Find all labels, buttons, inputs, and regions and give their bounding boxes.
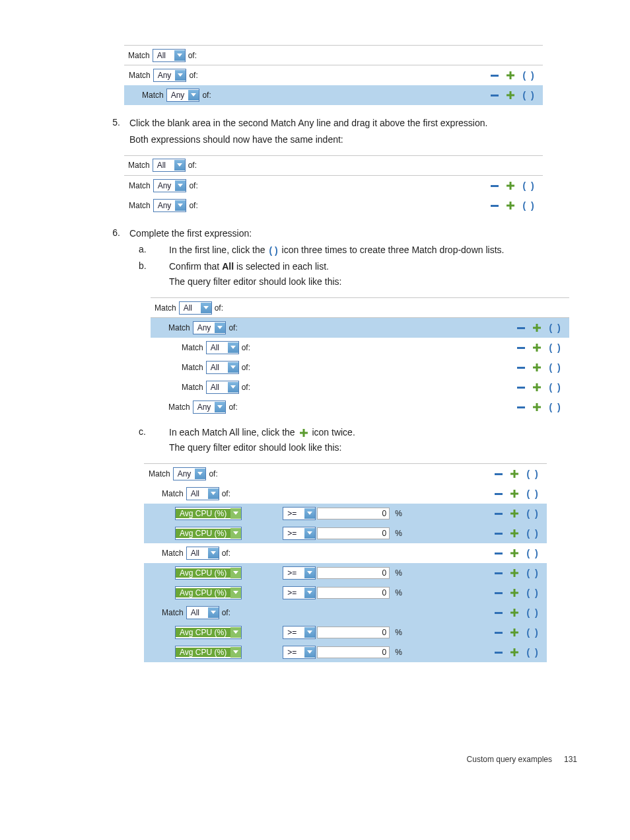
match-mode-dropdown[interactable]: All [179, 301, 212, 315]
match-mode-dropdown[interactable]: Any [166, 89, 200, 102]
match-any-row[interactable]: Match Any of: ( ) [144, 464, 547, 484]
metric-row[interactable]: Avg CPU (%) >= 0 % ( ) [144, 583, 547, 603]
add-button[interactable] [532, 382, 542, 393]
group-button[interactable]: ( ) [547, 342, 563, 353]
match-mode-dropdown[interactable]: Any [153, 179, 187, 192]
metric-dropdown[interactable]: Avg CPU (%) [175, 507, 242, 520]
value-input[interactable]: 0 [317, 587, 390, 599]
metric-dropdown[interactable]: Avg CPU (%) [175, 626, 242, 639]
match-mode-dropdown[interactable]: All [186, 606, 219, 619]
match-all-row[interactable]: Match All of: ( ) [144, 543, 547, 563]
add-button[interactable] [505, 90, 516, 100]
metric-row[interactable]: Avg CPU (%) >= 0 % ( ) [144, 642, 547, 662]
value-input[interactable]: 0 [317, 627, 390, 638]
remove-button[interactable] [493, 647, 504, 658]
operator-dropdown[interactable]: >= [283, 586, 316, 599]
group-button[interactable]: ( ) [521, 70, 537, 81]
add-button[interactable] [509, 568, 520, 578]
add-button[interactable] [509, 469, 520, 479]
operator-dropdown[interactable]: >= [283, 646, 316, 659]
match-any-row[interactable]: Match Any of: ( ) [124, 65, 543, 85]
remove-button[interactable] [489, 90, 500, 100]
add-button[interactable] [509, 528, 520, 539]
metric-dropdown[interactable]: Avg CPU (%) [175, 527, 242, 540]
remove-button[interactable] [493, 568, 504, 578]
match-any-row[interactable]: Match Any of: ( ) [151, 397, 569, 417]
match-any-row[interactable]: Match Any of: ( ) [124, 176, 543, 196]
match-any-row-selected[interactable]: Match Any of: ( ) [124, 85, 543, 105]
match-mode-dropdown[interactable]: Any [173, 467, 207, 480]
remove-button[interactable] [493, 588, 504, 598]
match-mode-dropdown[interactable]: Any [193, 401, 227, 414]
add-button[interactable] [505, 200, 516, 211]
remove-button[interactable] [516, 382, 526, 393]
remove-button[interactable] [493, 548, 504, 558]
remove-button[interactable] [489, 180, 500, 191]
add-button[interactable] [509, 548, 520, 558]
remove-button[interactable] [516, 323, 526, 333]
operator-dropdown[interactable]: >= [283, 626, 316, 639]
metric-row[interactable]: Avg CPU (%) >= 0 % ( ) [144, 563, 547, 583]
value-input[interactable]: 0 [317, 527, 390, 539]
add-button[interactable] [509, 588, 520, 598]
add-button[interactable] [509, 607, 520, 618]
match-all-row-selected[interactable]: Match All of: ( ) [144, 603, 547, 623]
group-button[interactable]: ( ) [521, 90, 537, 100]
remove-button[interactable] [493, 627, 504, 638]
group-button[interactable]: ( ) [547, 323, 563, 333]
match-mode-dropdown[interactable]: Any [153, 199, 187, 212]
group-button[interactable]: ( ) [547, 362, 563, 373]
value-input[interactable]: 0 [317, 646, 390, 658]
remove-button[interactable] [489, 70, 500, 81]
operator-dropdown[interactable]: >= [283, 527, 316, 540]
remove-button[interactable] [516, 402, 526, 412]
add-button[interactable] [509, 647, 520, 658]
metric-dropdown[interactable]: Avg CPU (%) [175, 646, 242, 659]
remove-button[interactable] [493, 528, 504, 539]
match-any-row-selected[interactable]: Match Any of: ( ) [151, 318, 569, 338]
match-all-row[interactable]: Match All of: ( ) [151, 338, 569, 358]
match-all-row[interactable]: Match All of: ( ) [144, 484, 547, 504]
group-button[interactable]: ( ) [525, 568, 541, 578]
metric-row[interactable]: Avg CPU (%) >= 0 % ( ) [144, 623, 547, 642]
remove-button[interactable] [493, 469, 504, 479]
remove-button[interactable] [493, 607, 504, 618]
match-all-row[interactable]: Match All of: ( ) [151, 358, 569, 377]
value-input[interactable]: 0 [317, 567, 390, 579]
match-all-row[interactable]: Match All of: ( ) [151, 377, 569, 397]
add-button[interactable] [532, 323, 542, 333]
match-mode-dropdown[interactable]: All [153, 49, 186, 62]
match-any-row[interactable]: Match Any of: ( ) [124, 196, 543, 215]
match-mode-dropdown[interactable]: All [153, 159, 186, 172]
add-button[interactable] [505, 180, 516, 191]
remove-button[interactable] [516, 362, 526, 373]
group-button[interactable]: ( ) [547, 402, 563, 412]
add-button[interactable] [505, 70, 516, 81]
group-button[interactable]: ( ) [547, 382, 563, 393]
group-button[interactable]: ( ) [525, 488, 541, 499]
group-button[interactable]: ( ) [525, 508, 541, 519]
add-button[interactable] [509, 627, 520, 638]
group-button[interactable]: ( ) [525, 588, 541, 598]
match-mode-dropdown[interactable]: All [206, 381, 239, 394]
group-button[interactable]: ( ) [525, 548, 541, 558]
metric-row[interactable]: Avg CPU (%) >= 0 % ( ) [144, 504, 547, 523]
add-button[interactable] [509, 488, 520, 499]
metric-dropdown[interactable]: Avg CPU (%) [175, 586, 242, 599]
match-mode-dropdown[interactable]: All [206, 361, 239, 374]
match-mode-dropdown[interactable]: Any [153, 69, 187, 82]
add-button[interactable] [532, 402, 542, 412]
add-button[interactable] [509, 508, 520, 519]
group-button[interactable]: ( ) [525, 647, 541, 658]
add-button[interactable] [532, 342, 542, 353]
match-mode-dropdown[interactable]: All [186, 487, 219, 500]
metric-row[interactable]: Avg CPU (%) >= 0 % ( ) [144, 523, 547, 543]
match-mode-dropdown[interactable]: Any [193, 321, 227, 334]
group-button[interactable]: ( ) [525, 627, 541, 638]
remove-button[interactable] [493, 508, 504, 519]
operator-dropdown[interactable]: >= [283, 566, 316, 580]
remove-button[interactable] [493, 488, 504, 499]
group-button[interactable]: ( ) [521, 180, 537, 191]
add-button[interactable] [532, 362, 542, 373]
remove-button[interactable] [516, 342, 526, 353]
